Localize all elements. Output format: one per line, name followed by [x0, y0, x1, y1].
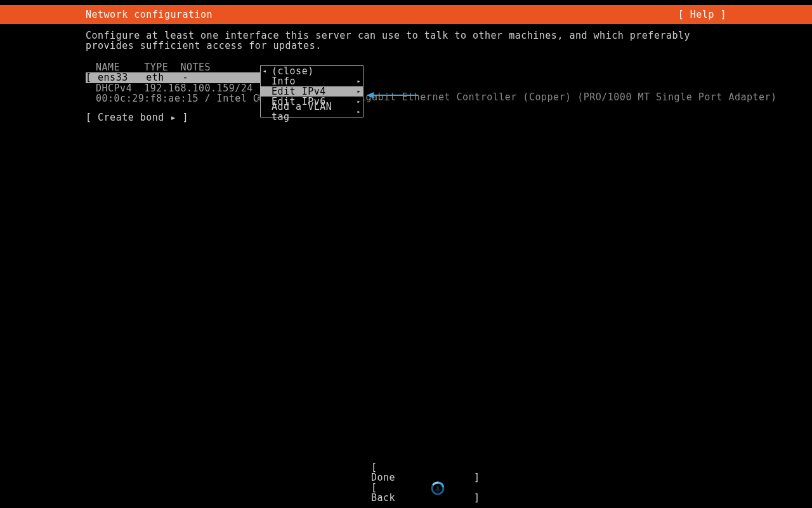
page-title: Network configuration: [86, 9, 213, 20]
menu-close[interactable]: ◂ (close): [261, 66, 363, 76]
menu-add-vlan[interactable]: Add a VLAN tag ▸: [261, 107, 363, 117]
header-bar: Network configuration [ Help ]: [0, 5, 812, 24]
chevron-left-icon: ◂: [263, 66, 270, 76]
context-menu: ◂ (close) Info ▸ Edit IPv4 ▸ Edit IPv6 ▸…: [260, 65, 363, 117]
mic-icon: [430, 481, 445, 498]
chevron-right-icon: ▸: [353, 107, 361, 117]
chevron-right-icon: ▸: [353, 86, 361, 97]
chevron-right-icon: ▸: [353, 97, 361, 107]
chevron-right-icon: ▸: [353, 76, 361, 86]
create-bond-button[interactable]: [ Create bond ▸ ]: [86, 112, 188, 123]
intro-text: Configure at least one interface this se…: [86, 30, 726, 51]
done-button[interactable]: [ Done ]: [371, 462, 480, 483]
back-button[interactable]: [ Back ]: [371, 482, 480, 504]
menu-edit-ipv4[interactable]: Edit IPv4 ▸: [261, 86, 363, 97]
menu-info[interactable]: Info ▸: [261, 76, 363, 86]
svg-rect-1: [436, 486, 439, 491]
bottom-buttons: [ Done ] [ Back ]: [0, 462, 812, 503]
help-button[interactable]: [ Help ]: [678, 9, 726, 20]
